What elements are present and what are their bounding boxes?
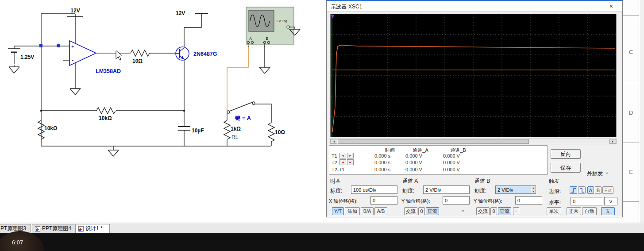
junction-dot <box>40 110 42 112</box>
scroll-thumb[interactable] <box>338 139 529 144</box>
probe-wire-orange[interactable] <box>227 43 248 112</box>
trigger-level-value: 0 <box>573 199 575 204</box>
schematic-file-icon <box>78 226 84 232</box>
t1-move-right-button[interactable]: ► <box>347 153 354 158</box>
trigger-marker-icon[interactable] <box>331 15 335 18</box>
resistor-10ohm-out[interactable]: 10Ω <box>268 123 285 142</box>
tab-sheet4[interactable]: PPT原理图4 <box>32 224 74 233</box>
channel-b-minus-button[interactable]: - <box>513 207 519 215</box>
yt-mode-button[interactable]: Y/T <box>332 207 344 215</box>
resistor-label: 10kΩ <box>44 125 58 131</box>
channel-a-title: 通道 A <box>402 178 418 185</box>
delta-channel-a: 0.000 V <box>405 167 422 172</box>
ba-mode-button[interactable]: B/A <box>361 207 374 215</box>
ab-mode-button[interactable]: A/B <box>374 207 387 215</box>
opamp-label: LM358AD <box>96 68 121 74</box>
trigger-title: 触发 <box>549 178 559 185</box>
ground-symbol[interactable] <box>108 148 119 156</box>
opamp-minus-sign: - <box>72 57 73 63</box>
trigger-auto-button[interactable]: 自动 <box>582 207 597 215</box>
t2-move-right-button[interactable]: ► <box>347 159 354 165</box>
transistor-2n6487[interactable]: 2N6487G <box>176 47 217 60</box>
opamp-lm358[interactable]: + - LM358AD <box>69 41 121 74</box>
trigger-source-b-button[interactable]: B <box>595 186 602 194</box>
timebase-xpos-input[interactable]: 0 <box>370 196 397 205</box>
resistor-1k-load[interactable]: 1kΩ RL <box>224 120 241 140</box>
channel-a-ypos-label: Y 轴位移(格): <box>401 198 430 205</box>
zone-tick <box>623 143 639 143</box>
channel-a-dc-button[interactable]: 直流 <box>426 207 439 215</box>
channel-a-ypos-input[interactable]: 0 <box>443 196 470 205</box>
channel-a-ac-button[interactable]: 交流 <box>404 207 417 215</box>
reverse-button[interactable]: 反向 <box>551 149 581 159</box>
trigger-source-a-button[interactable]: A <box>587 186 594 194</box>
close-button[interactable]: × <box>606 2 616 10</box>
scroll-left-button[interactable]: ◄ <box>331 139 337 144</box>
battery-1v25[interactable]: 1.25V <box>8 49 34 60</box>
tab-design1[interactable]: 设计1 * <box>75 224 110 233</box>
add-mode-button[interactable]: 添加 <box>345 207 360 215</box>
trigger-source-ext-button[interactable]: Ext <box>602 186 613 194</box>
channel-b-ypos-input[interactable]: 0 <box>515 196 542 205</box>
t1-time: 0.000 s <box>374 153 390 158</box>
opamp-plus-sign: + <box>71 44 74 49</box>
spin-down-icon[interactable]: ▼ <box>531 190 536 194</box>
trigger-normal-button[interactable]: 正常 <box>567 207 581 215</box>
trigger-single-button[interactable]: 单次 <box>547 207 561 215</box>
ground-symbol[interactable] <box>9 65 19 73</box>
ground-symbol[interactable] <box>70 86 81 95</box>
trigger-level-unit-select[interactable]: V <box>604 197 617 205</box>
channel-b-scale-label: 刻度: <box>474 187 486 195</box>
resistor-label: 10Ω <box>132 58 143 64</box>
trigger-level-label: 水平: <box>549 199 561 206</box>
capacitor-10uf[interactable]: 10µF <box>178 127 204 134</box>
channel-a-zero-button[interactable]: 0 <box>418 207 425 215</box>
zone-tick <box>623 201 639 202</box>
zone-label-c: C <box>623 49 639 55</box>
right-arrow-icon: ► <box>349 154 352 157</box>
channel-b-scale-input[interactable]: 2 V/Div ▲ ▼ <box>495 185 536 194</box>
channel-a-terminal-label: A <box>249 36 252 41</box>
spin-up-icon[interactable]: ▲ <box>531 186 536 190</box>
wire-handle[interactable] <box>39 44 42 47</box>
ground-symbol[interactable] <box>259 65 270 73</box>
channel-b-title: 通道 B <box>474 178 490 185</box>
wire-handle[interactable] <box>57 44 60 47</box>
zone-label-d: D <box>623 109 639 116</box>
ext-trigger-terminal-icon[interactable]: ○ <box>605 170 609 175</box>
channel-b-zero-button[interactable]: 0 <box>490 207 497 215</box>
resistor-label: 10Ω <box>275 129 285 135</box>
channel-b-ac-button[interactable]: 交流 <box>476 207 490 215</box>
timebase-scale-input[interactable]: 100 us/Div <box>351 185 397 194</box>
resistor-label: 10kΩ <box>99 115 112 121</box>
trigger-none-button[interactable]: 无 <box>601 207 615 215</box>
switch-key-a[interactable]: 键 = A <box>227 102 255 121</box>
channel-b-dc-button[interactable]: 直流 <box>498 207 511 215</box>
trigger-level-input[interactable]: 0 <box>571 197 603 205</box>
scroll-right-button[interactable]: ► <box>609 139 616 144</box>
channel-b-ypos-value: 0 <box>517 198 520 203</box>
oscilloscope-component[interactable]: Ext Trig A B + - + - <box>246 7 300 48</box>
save-button[interactable]: 保存 <box>551 163 581 173</box>
cursor-delta-label: T2-T1 <box>332 167 344 172</box>
timebase-title: 时基 <box>330 178 341 185</box>
spinner[interactable]: ▲ ▼ <box>531 186 536 193</box>
t1-move-left-button[interactable]: ◄ <box>339 153 346 158</box>
terminal-minus: - <box>252 45 253 48</box>
resistor-10ohm-base[interactable]: 10Ω <box>131 50 150 64</box>
trace-channel-a <box>332 45 615 132</box>
channel-a-scale-input[interactable]: 2 V/Div <box>423 185 470 194</box>
window-titlebar[interactable]: 示波器-XSC1 × <box>327 1 622 12</box>
tab-label: 设计1 * <box>85 225 103 232</box>
delta-channel-b: 0.000 V <box>443 167 460 172</box>
scope-scrollbar[interactable]: ◄ ► <box>330 139 617 144</box>
resistor-10k-feedback[interactable]: 10kΩ <box>96 108 116 121</box>
cursor-t1-label: T1 <box>332 153 337 158</box>
sheet-zone-ruler: C D E <box>623 0 639 223</box>
window-title: 示波器-XSC1 <box>331 3 362 11</box>
edge-rising-button[interactable] <box>570 186 577 194</box>
t2-move-left-button[interactable]: ◄ <box>339 159 346 165</box>
edge-falling-button[interactable] <box>578 186 586 194</box>
schematic-canvas[interactable]: 1.25V + - LM358AD 12V 12V 10Ω 2N6487G <box>0 0 326 223</box>
recording-bottom-strip <box>0 233 644 251</box>
